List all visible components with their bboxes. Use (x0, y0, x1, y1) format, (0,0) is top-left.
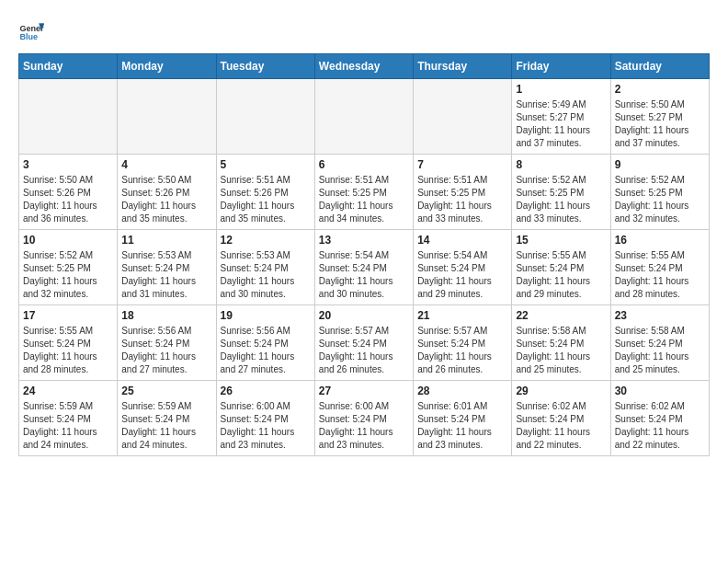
calendar-cell: 11 Sunrise: 5:53 AM Sunset: 5:24 PM Dayl… (118, 230, 216, 305)
cell-info: Sunrise: 5:57 AM Sunset: 5:24 PM Dayligh… (319, 325, 409, 376)
cell-day-number: 2 (615, 83, 705, 96)
cell-day-number: 14 (417, 234, 507, 247)
calendar-cell: 27 Sunrise: 6:00 AM Sunset: 5:24 PM Dayl… (314, 381, 413, 456)
cell-day-number: 9 (615, 158, 705, 171)
calendar-cell: 30 Sunrise: 6:02 AM Sunset: 5:24 PM Dayl… (610, 381, 709, 456)
cell-info: Sunrise: 5:54 AM Sunset: 5:24 PM Dayligh… (417, 249, 507, 301)
day-header-wednesday: Wednesday (314, 54, 413, 79)
cell-info: Sunrise: 5:58 AM Sunset: 5:24 PM Dayligh… (516, 325, 606, 376)
cell-info: Sunrise: 5:55 AM Sunset: 5:24 PM Dayligh… (615, 249, 705, 301)
cell-info: Sunrise: 6:00 AM Sunset: 5:24 PM Dayligh… (221, 400, 311, 452)
cell-day-number: 3 (23, 158, 113, 171)
calendar-cell (314, 79, 413, 155)
calendar-cell: 26 Sunrise: 6:00 AM Sunset: 5:24 PM Dayl… (216, 381, 314, 456)
cell-info: Sunrise: 5:59 AM Sunset: 5:24 PM Dayligh… (121, 400, 211, 452)
calendar-cell: 15 Sunrise: 5:55 AM Sunset: 5:24 PM Dayl… (512, 230, 610, 305)
cell-day-number: 12 (221, 234, 311, 247)
calendar-cell (118, 79, 216, 155)
calendar-cell: 23 Sunrise: 5:58 AM Sunset: 5:24 PM Dayl… (610, 305, 709, 381)
page-header: General Blue (18, 18, 710, 44)
cell-day-number: 26 (221, 385, 311, 397)
cell-day-number: 6 (319, 158, 409, 171)
cell-day-number: 19 (221, 309, 311, 322)
cell-day-number: 1 (516, 83, 606, 96)
calendar-cell: 9 Sunrise: 5:52 AM Sunset: 5:25 PM Dayli… (610, 155, 709, 230)
cell-day-number: 24 (23, 385, 113, 397)
cell-day-number: 23 (615, 309, 705, 322)
cell-info: Sunrise: 5:57 AM Sunset: 5:24 PM Dayligh… (417, 325, 507, 376)
cell-info: Sunrise: 6:02 AM Sunset: 5:24 PM Dayligh… (516, 400, 606, 452)
calendar-cell (414, 79, 512, 155)
cell-day-number: 25 (121, 385, 211, 397)
cell-info: Sunrise: 5:50 AM Sunset: 5:26 PM Dayligh… (23, 174, 113, 225)
calendar-cell: 24 Sunrise: 5:59 AM Sunset: 5:24 PM Dayl… (19, 381, 118, 456)
cell-day-number: 27 (319, 385, 409, 397)
cell-day-number: 8 (516, 158, 606, 171)
calendar-cell: 29 Sunrise: 6:02 AM Sunset: 5:24 PM Dayl… (512, 381, 610, 456)
cell-day-number: 20 (319, 309, 409, 322)
calendar-cell: 2 Sunrise: 5:50 AM Sunset: 5:27 PM Dayli… (610, 79, 709, 155)
cell-info: Sunrise: 5:52 AM Sunset: 5:25 PM Dayligh… (516, 174, 606, 225)
cell-info: Sunrise: 5:53 AM Sunset: 5:24 PM Dayligh… (121, 249, 211, 301)
cell-day-number: 17 (23, 309, 113, 322)
cell-day-number: 22 (516, 309, 606, 322)
cell-day-number: 28 (417, 385, 507, 397)
calendar-week-3: 10 Sunrise: 5:52 AM Sunset: 5:25 PM Dayl… (19, 230, 710, 305)
day-header-tuesday: Tuesday (216, 54, 314, 79)
cell-day-number: 5 (221, 158, 311, 171)
calendar-cell: 3 Sunrise: 5:50 AM Sunset: 5:26 PM Dayli… (19, 155, 118, 230)
day-header-friday: Friday (512, 54, 610, 79)
cell-info: Sunrise: 5:51 AM Sunset: 5:26 PM Dayligh… (221, 174, 311, 225)
calendar-cell: 6 Sunrise: 5:51 AM Sunset: 5:25 PM Dayli… (314, 155, 413, 230)
calendar-cell: 25 Sunrise: 5:59 AM Sunset: 5:24 PM Dayl… (118, 381, 216, 456)
day-header-thursday: Thursday (414, 54, 512, 79)
calendar-week-4: 17 Sunrise: 5:55 AM Sunset: 5:24 PM Dayl… (19, 305, 710, 381)
cell-info: Sunrise: 5:53 AM Sunset: 5:24 PM Dayligh… (221, 249, 311, 301)
cell-day-number: 30 (615, 385, 705, 397)
calendar-week-1: 1 Sunrise: 5:49 AM Sunset: 5:27 PM Dayli… (19, 79, 710, 155)
calendar-cell: 5 Sunrise: 5:51 AM Sunset: 5:26 PM Dayli… (216, 155, 314, 230)
calendar-cell: 18 Sunrise: 5:56 AM Sunset: 5:24 PM Dayl… (118, 305, 216, 381)
cell-info: Sunrise: 5:50 AM Sunset: 5:27 PM Dayligh… (615, 98, 705, 150)
cell-day-number: 11 (121, 234, 211, 247)
calendar-cell: 12 Sunrise: 5:53 AM Sunset: 5:24 PM Dayl… (216, 230, 314, 305)
calendar-week-5: 24 Sunrise: 5:59 AM Sunset: 5:24 PM Dayl… (19, 381, 710, 456)
cell-day-number: 4 (121, 158, 211, 171)
calendar-cell: 20 Sunrise: 5:57 AM Sunset: 5:24 PM Dayl… (314, 305, 413, 381)
calendar-cell: 10 Sunrise: 5:52 AM Sunset: 5:25 PM Dayl… (19, 230, 118, 305)
cell-info: Sunrise: 5:58 AM Sunset: 5:24 PM Dayligh… (615, 325, 705, 376)
calendar-cell: 13 Sunrise: 5:54 AM Sunset: 5:24 PM Dayl… (314, 230, 413, 305)
calendar-header: SundayMondayTuesdayWednesdayThursdayFrid… (19, 54, 710, 79)
svg-text:Blue: Blue (19, 32, 38, 41)
calendar-cell: 16 Sunrise: 5:55 AM Sunset: 5:24 PM Dayl… (610, 230, 709, 305)
calendar-cell: 8 Sunrise: 5:52 AM Sunset: 5:25 PM Dayli… (512, 155, 610, 230)
day-header-saturday: Saturday (610, 54, 709, 79)
calendar-cell: 7 Sunrise: 5:51 AM Sunset: 5:25 PM Dayli… (414, 155, 512, 230)
cell-day-number: 16 (615, 234, 705, 247)
cell-info: Sunrise: 5:54 AM Sunset: 5:24 PM Dayligh… (319, 249, 409, 301)
calendar-cell: 4 Sunrise: 5:50 AM Sunset: 5:26 PM Dayli… (118, 155, 216, 230)
cell-day-number: 13 (319, 234, 409, 247)
cell-info: Sunrise: 5:52 AM Sunset: 5:25 PM Dayligh… (23, 249, 113, 301)
cell-info: Sunrise: 6:00 AM Sunset: 5:24 PM Dayligh… (319, 400, 409, 452)
calendar-cell: 1 Sunrise: 5:49 AM Sunset: 5:27 PM Dayli… (512, 79, 610, 155)
cell-info: Sunrise: 5:51 AM Sunset: 5:25 PM Dayligh… (319, 174, 409, 225)
calendar-cell: 19 Sunrise: 5:56 AM Sunset: 5:24 PM Dayl… (216, 305, 314, 381)
cell-info: Sunrise: 5:51 AM Sunset: 5:25 PM Dayligh… (417, 174, 507, 225)
cell-info: Sunrise: 5:55 AM Sunset: 5:24 PM Dayligh… (516, 249, 606, 301)
calendar-cell: 22 Sunrise: 5:58 AM Sunset: 5:24 PM Dayl… (512, 305, 610, 381)
cell-info: Sunrise: 5:52 AM Sunset: 5:25 PM Dayligh… (615, 174, 705, 225)
cell-info: Sunrise: 5:49 AM Sunset: 5:27 PM Dayligh… (516, 98, 606, 150)
calendar-cell: 17 Sunrise: 5:55 AM Sunset: 5:24 PM Dayl… (19, 305, 118, 381)
day-header-sunday: Sunday (19, 54, 118, 79)
calendar-cell: 28 Sunrise: 6:01 AM Sunset: 5:24 PM Dayl… (414, 381, 512, 456)
cell-info: Sunrise: 5:56 AM Sunset: 5:24 PM Dayligh… (121, 325, 211, 376)
cell-info: Sunrise: 5:59 AM Sunset: 5:24 PM Dayligh… (23, 400, 113, 452)
calendar-cell (216, 79, 314, 155)
calendar-cell (19, 79, 118, 155)
day-header-monday: Monday (118, 54, 216, 79)
cell-info: Sunrise: 6:01 AM Sunset: 5:24 PM Dayligh… (417, 400, 507, 452)
calendar-table: SundayMondayTuesdayWednesdayThursdayFrid… (18, 53, 710, 456)
calendar-cell: 14 Sunrise: 5:54 AM Sunset: 5:24 PM Dayl… (414, 230, 512, 305)
cell-day-number: 18 (121, 309, 211, 322)
